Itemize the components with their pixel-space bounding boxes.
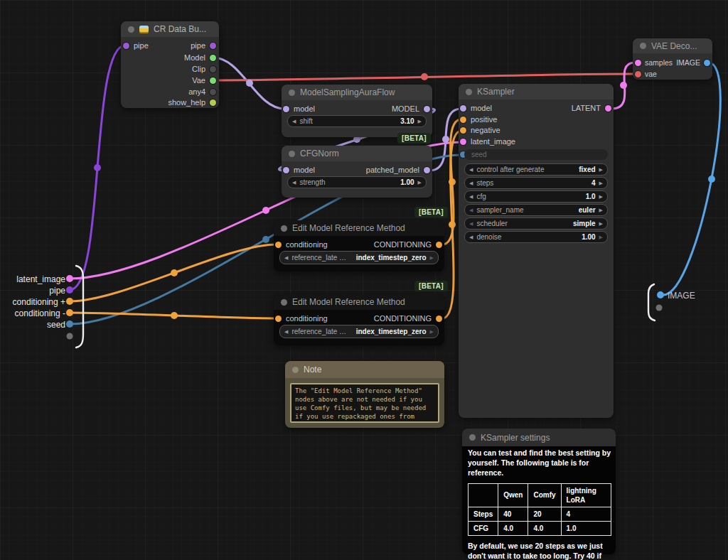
node-status-dot <box>640 43 646 49</box>
increment-arrow-icon[interactable]: ▶ <box>430 329 434 335</box>
node-cfgnorm[interactable]: CFGNorm model patched_model ◀ strength 1… <box>282 146 432 198</box>
input-slot-negative[interactable] <box>460 127 466 134</box>
widget-value[interactable]: 3.10 <box>400 117 414 125</box>
node-edit-model-reference-method-2[interactable]: Edit Model Reference Method conditioning… <box>274 294 444 345</box>
decrement-arrow-icon[interactable]: ◀ <box>469 208 473 213</box>
output-label-latent: LATENT <box>572 104 601 112</box>
widget-control-after-generate[interactable]: ◀ control after generate fixed ▶ <box>464 163 608 176</box>
output-slot-latent[interactable] <box>605 105 611 112</box>
widget-value[interactable]: index_timestep_zero <box>356 328 427 335</box>
widget-denoise[interactable]: ◀ denoise 1.00 ▶ <box>464 231 608 243</box>
input-slot-positive[interactable] <box>460 117 466 123</box>
increment-arrow-icon[interactable]: ▶ <box>599 235 603 240</box>
widget-label: reference_late … <box>291 328 352 335</box>
settings-intro: You can test and find the best setting b… <box>468 448 611 478</box>
widget-reference-method[interactable]: ◀ reference_late … index_timestep_zero ▶ <box>279 325 439 338</box>
output-label-conditioning: CONDITIONING <box>374 314 432 323</box>
output-slot-model[interactable] <box>424 106 430 112</box>
decrement-arrow-icon[interactable]: ◀ <box>469 221 473 227</box>
node-title-bar[interactable]: Edit Model Reference Method <box>274 220 444 236</box>
widget-scheduler[interactable]: ◀ scheduler simple ▶ <box>464 217 608 230</box>
node-title: Note <box>304 365 321 375</box>
increment-arrow-icon[interactable]: ▶ <box>418 180 422 185</box>
decrement-arrow-icon[interactable]: ◀ <box>469 194 473 200</box>
node-status-dot <box>289 90 295 96</box>
decrement-arrow-icon[interactable]: ◀ <box>292 119 296 124</box>
output-slot-image[interactable] <box>704 60 710 66</box>
node-title-bar[interactable]: Edit Model Reference Method <box>274 294 444 310</box>
node-status-dot <box>281 225 287 232</box>
output-label-show-help: show_help <box>168 98 205 107</box>
node-title: Edit Model Reference Method <box>292 223 405 233</box>
input-slot-vae[interactable] <box>635 71 641 77</box>
increment-arrow-icon[interactable]: ▶ <box>599 208 603 213</box>
input-slot-conditioning[interactable] <box>275 316 282 322</box>
node-status-dot <box>469 434 476 441</box>
widget-shift[interactable]: ◀ shift 3.10 ▶ <box>287 115 427 127</box>
output-slot-pipe[interactable] <box>210 43 216 49</box>
increment-arrow-icon[interactable]: ▶ <box>418 119 422 124</box>
widget-value[interactable]: 1.00 <box>400 178 414 186</box>
node-title-bar[interactable]: Note <box>285 361 444 378</box>
output-label-image: IMAGE <box>676 58 700 67</box>
input-slot-latent-image[interactable] <box>460 139 466 145</box>
input-label-model: model <box>294 166 315 174</box>
node-vae-decode[interactable]: VAE Deco... samples vae IMAGE <box>633 38 712 80</box>
increment-arrow-icon[interactable]: ▶ <box>599 194 603 200</box>
decrement-arrow-icon[interactable]: ◀ <box>469 181 473 186</box>
output-slot-any4[interactable] <box>210 89 216 95</box>
increment-arrow-icon[interactable]: ▶ <box>599 167 603 173</box>
increment-arrow-icon[interactable]: ▶ <box>599 181 603 186</box>
settings-outro: By default, we use 20 steps as we just d… <box>468 542 611 560</box>
output-slot-patched-model[interactable] <box>424 167 430 173</box>
input-slot-model[interactable] <box>460 105 466 112</box>
input-slot-pipe[interactable] <box>123 43 129 49</box>
input-slot-samples[interactable] <box>635 60 641 66</box>
widget-cfg[interactable]: ◀ cfg 1.0 ▶ <box>464 190 608 203</box>
node-cr-data-bus[interactable]: CR Data Bu... pipe pipe Model Clip Vae a… <box>121 21 219 108</box>
node-title-bar[interactable]: ModelSamplingAuraFlow <box>282 85 432 100</box>
decrement-arrow-icon[interactable]: ◀ <box>292 180 296 185</box>
output-slot-vae[interactable] <box>210 77 216 84</box>
decrement-arrow-icon[interactable]: ◀ <box>469 235 473 240</box>
node-title-bar[interactable]: CFGNorm <box>282 146 432 161</box>
node-title-bar[interactable]: CR Data Bu... <box>121 21 219 37</box>
output-slot-model[interactable] <box>210 55 216 61</box>
node-edit-model-reference-method-1[interactable]: Edit Model Reference Method conditioning… <box>274 220 444 271</box>
output-slot-show-help[interactable] <box>210 99 216 106</box>
subgraph-input-pipe: pipe <box>0 286 65 296</box>
seed-converted-widget[interactable]: seed <box>464 149 608 160</box>
beta-badge: [BETA] <box>414 281 448 291</box>
input-slot-model[interactable] <box>283 106 289 112</box>
input-slot-conditioning[interactable] <box>275 242 282 248</box>
node-title-bar[interactable]: VAE Deco... <box>633 38 712 53</box>
decrement-arrow-icon[interactable]: ◀ <box>284 255 288 261</box>
output-slot-clip[interactable] <box>210 66 216 72</box>
output-slot-conditioning[interactable] <box>436 242 442 248</box>
node-ksampler-settings[interactable]: KSampler settings You can test and find … <box>462 429 616 554</box>
widget-strength[interactable]: ◀ strength 1.00 ▶ <box>287 176 427 188</box>
widget-sampler-name[interactable]: ◀ sampler_name euler ▶ <box>464 204 608 216</box>
note-textarea[interactable]: The "Edit Model Reference Method" nodes … <box>290 383 439 423</box>
node-model-sampling-auraflow[interactable]: ModelSamplingAuraFlow model MODEL ◀ shif… <box>282 85 432 137</box>
input-label-conditioning: conditioning <box>286 314 328 323</box>
beta-badge: [BETA] <box>414 207 448 217</box>
decrement-arrow-icon[interactable]: ◀ <box>284 329 288 335</box>
output-slot-conditioning[interactable] <box>436 316 442 322</box>
widget-reference-method[interactable]: ◀ reference_late … index_timestep_zero ▶ <box>279 251 439 264</box>
node-ksampler[interactable]: KSampler model positive negative latent_… <box>459 84 614 418</box>
node-graph-canvas[interactable]: latent_image pipe conditioning + conditi… <box>0 0 728 560</box>
decrement-arrow-icon[interactable]: ◀ <box>469 167 473 173</box>
node-title: KSampler <box>477 87 515 97</box>
widget-value[interactable]: index_timestep_zero <box>356 254 427 262</box>
table-row-cfg: CFG 4.0 4.0 1.0 <box>469 522 611 536</box>
bus-icon <box>139 26 149 33</box>
input-label-vae: vae <box>645 70 657 78</box>
node-note[interactable]: Note The "Edit Model Reference Method" n… <box>285 361 444 428</box>
increment-arrow-icon[interactable]: ▶ <box>599 221 603 227</box>
node-title-bar[interactable]: KSampler settings <box>462 429 616 446</box>
input-slot-model[interactable] <box>283 167 289 173</box>
widget-steps[interactable]: ◀ steps 4 ▶ <box>464 177 608 189</box>
increment-arrow-icon[interactable]: ▶ <box>430 255 434 261</box>
node-title-bar[interactable]: KSampler <box>459 84 614 99</box>
